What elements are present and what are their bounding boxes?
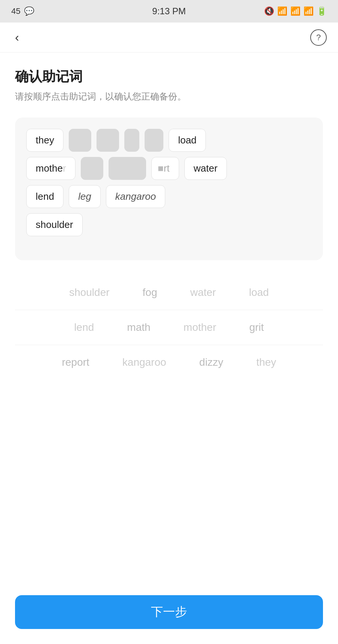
source-word-shoulder[interactable]: shoulder [64,283,115,302]
word-source: shoulder fog water load lend math mother… [15,275,323,380]
selected-row-2: mother ■rt water [26,157,312,180]
bottom-bar: 下一步 [0,588,338,644]
selected-chip-kangaroo[interactable]: kangaroo [106,185,165,208]
selected-chip-blurred-5 [81,157,103,180]
selected-chip-blurred-3 [124,129,139,152]
source-word-kangaroo[interactable]: kangaroo [117,353,172,372]
source-word-load[interactable]: load [244,283,274,302]
source-word-dizzy[interactable]: dizzy [194,353,229,372]
status-chat-icon: 💬 [24,6,34,16]
source-word-math[interactable]: math [122,318,155,337]
source-word-mother[interactable]: mother [178,318,222,337]
selected-row-3: lend leg kangaroo [26,185,312,208]
selected-row-1: they load [26,129,312,152]
help-icon: ? [316,33,321,42]
selection-area: they load mother ■rt water lend leg kang… [15,118,323,260]
nav-bar: ‹ ? [0,23,338,53]
page-title: 确认助记词 [15,68,323,86]
source-row-3: report kangaroo dizzy they [15,345,323,380]
status-bar: 45 💬 9:13 PM 🔇 📶 📶 📶 🔋 [0,0,338,23]
selected-chip-leg[interactable]: leg [69,185,101,208]
source-row-2: lend math mother grit [15,310,323,345]
status-time: 9:13 PM [152,6,186,17]
main-content: 确认助记词 请按顺序点击助记词，以确认您正确备份。 they load moth… [0,53,338,644]
selected-chip-rt[interactable]: ■rt [151,157,179,180]
selected-chip-blurred-1 [69,129,91,152]
source-word-report[interactable]: report [57,353,95,372]
back-button[interactable]: ‹ [11,27,23,48]
next-button[interactable]: 下一步 [15,595,323,629]
status-left: 45 💬 [11,6,34,16]
source-word-fog[interactable]: fog [137,283,163,302]
source-word-they[interactable]: they [251,353,281,372]
source-word-lend[interactable]: lend [69,318,99,337]
status-right: 🔇 📶 📶 📶 🔋 [264,6,327,16]
selected-chip-blurred-6 [109,157,146,180]
help-button[interactable]: ? [310,29,327,46]
selected-chip-load[interactable]: load [169,129,206,152]
mute-icon: 🔇 [264,6,274,16]
selected-chip-shoulder[interactable]: shoulder [26,213,83,236]
selected-chip-they[interactable]: they [26,129,63,152]
selected-chip-blurred-2 [97,129,119,152]
selected-chip-lend[interactable]: lend [26,185,63,208]
page-subtitle: 请按顺序点击助记词，以确认您正确备份。 [15,90,323,103]
battery-icon: 🔋 [317,6,327,16]
selected-chip-mother[interactable]: mother [26,157,75,180]
wifi-icon: 📶 [290,6,300,16]
source-row-1: shoulder fog water load [15,275,323,310]
source-word-grit[interactable]: grit [244,318,269,337]
status-number: 45 [11,6,20,16]
bluetooth-icon: 📶 [277,6,287,16]
selected-row-4: shoulder [26,213,312,236]
selected-chip-water[interactable]: water [184,157,227,180]
selected-chip-blurred-4 [145,129,163,152]
source-word-water[interactable]: water [185,283,221,302]
signal-icon: 📶 [303,6,314,16]
